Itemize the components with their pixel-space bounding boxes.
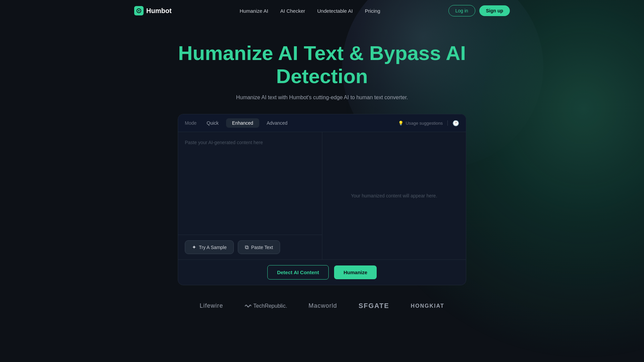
divider bbox=[447, 120, 448, 126]
editor-left-panel: ✦ Try A Sample ⧉ Paste Text bbox=[178, 132, 322, 259]
nav-link-pricing[interactable]: Pricing bbox=[365, 8, 380, 14]
brand-macworld: Macworld bbox=[309, 302, 337, 309]
brand-techrepublic: TechRepublic. bbox=[245, 303, 287, 309]
editor-actions: ✦ Try A Sample ⧉ Paste Text bbox=[178, 235, 322, 259]
svg-point-1 bbox=[138, 10, 140, 11]
mode-tab-advanced[interactable]: Advanced bbox=[261, 118, 293, 128]
hero-title: Humanize AI Text & Bypass AI Detection bbox=[171, 42, 473, 88]
logo-text: Humbot bbox=[146, 7, 172, 15]
signup-button[interactable]: Sign up bbox=[479, 5, 510, 16]
try-sample-label: Try A Sample bbox=[199, 245, 227, 250]
mode-tab-enhanced[interactable]: Enhanced bbox=[226, 118, 259, 128]
login-button[interactable]: Log in bbox=[448, 5, 475, 16]
logo[interactable]: Humbot bbox=[134, 6, 172, 15]
output-placeholder: Your humanized content will appear here. bbox=[351, 193, 437, 198]
editor-card: Mode Quick Enhanced Advanced 💡 Usage sug… bbox=[178, 114, 466, 285]
main-content: Humanize AI Text & Bypass AI Detection H… bbox=[0, 21, 644, 285]
brand-hongkiat: HONGKIAT bbox=[411, 303, 444, 309]
try-sample-button[interactable]: ✦ Try A Sample bbox=[185, 240, 234, 254]
usage-suggestions-label: Usage suggestions bbox=[406, 121, 443, 126]
navigation: Humbot Humanize AI AI Checker Undetectab… bbox=[0, 0, 644, 21]
history-icon[interactable]: 🕐 bbox=[452, 120, 459, 126]
nav-link-humanize-ai[interactable]: Humanize AI bbox=[240, 8, 268, 14]
editor-bottom-bar: Detect AI Content Humanize bbox=[178, 259, 466, 285]
sparkle-icon: ✦ bbox=[192, 244, 196, 250]
nav-links: Humanize AI AI Checker Undetectable AI P… bbox=[240, 8, 380, 14]
hero-subtitle: Humanize AI text with Humbot's cutting-e… bbox=[236, 95, 408, 101]
nav-link-ai-checker[interactable]: AI Checker bbox=[280, 8, 305, 14]
nav-actions: Log in Sign up bbox=[448, 5, 510, 16]
input-textarea[interactable] bbox=[178, 132, 322, 235]
detect-ai-content-button[interactable]: Detect AI Content bbox=[267, 265, 329, 280]
mode-tab-quick[interactable]: Quick bbox=[201, 118, 225, 128]
techrepublic-label: TechRepublic. bbox=[253, 303, 287, 309]
paste-text-label: Paste Text bbox=[251, 245, 273, 250]
brand-sfgate: SFGATE bbox=[359, 302, 389, 310]
usage-suggestions[interactable]: 💡 Usage suggestions 🕐 bbox=[398, 120, 459, 126]
humanize-button[interactable]: Humanize bbox=[334, 265, 377, 279]
editor-panels: ✦ Try A Sample ⧉ Paste Text Your humaniz… bbox=[178, 132, 466, 259]
clipboard-icon: ⧉ bbox=[245, 244, 249, 250]
brand-lifewire: Lifewire bbox=[200, 302, 223, 309]
mode-label: Mode bbox=[185, 120, 197, 126]
editor-right-panel: Your humanized content will appear here. bbox=[322, 132, 466, 259]
nav-link-undetectable-ai[interactable]: Undetectable AI bbox=[317, 8, 353, 14]
brands-bar: Lifewire TechRepublic. Macworld SFGATE H… bbox=[0, 285, 644, 323]
lightbulb-icon: 💡 bbox=[398, 121, 404, 126]
mode-bar: Mode Quick Enhanced Advanced 💡 Usage sug… bbox=[178, 114, 466, 132]
paste-text-button[interactable]: ⧉ Paste Text bbox=[238, 240, 280, 254]
logo-icon bbox=[134, 6, 144, 15]
